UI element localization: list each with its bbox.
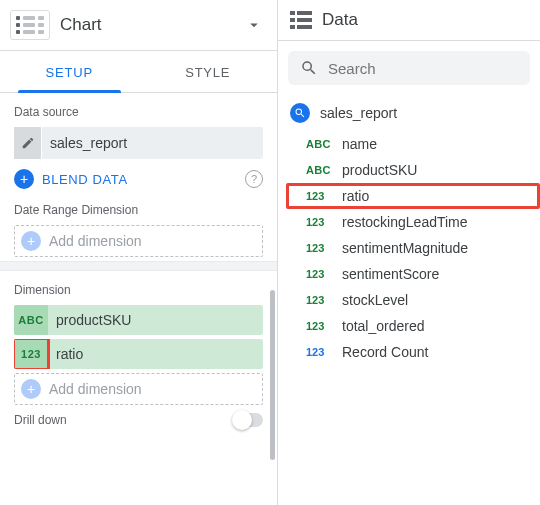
data-panel-header: Data [278,0,540,41]
number-type-icon: 123 [306,294,332,306]
search-icon [300,59,318,77]
field-item[interactable]: ABCname [286,131,540,157]
scrollbar-track [270,70,275,497]
field-item[interactable]: ABCproductSKU [286,157,540,183]
chevron-down-icon[interactable] [245,16,263,34]
dimension-chip[interactable]: 123ratio [14,339,263,369]
add-date-range-dimension[interactable]: + Add dimension [14,225,263,257]
divider [0,261,277,271]
number-type-icon: 123 [306,216,332,228]
number-type-icon: 123 [306,320,332,332]
chart-type-icon[interactable] [10,10,50,40]
text-type-icon: ABC [306,138,332,150]
field-label: sentimentMagnitude [342,240,468,256]
number-type-icon: 123 [306,190,332,202]
add-dimension-label: Add dimension [49,233,142,249]
search-input[interactable] [328,60,518,77]
drill-down-label: Drill down [14,413,67,427]
field-label: name [342,136,377,152]
add-dimension-label: Add dimension [49,381,142,397]
field-label: Record Count [342,344,428,360]
data-source-row[interactable]: sales_report [14,127,263,159]
field-item[interactable]: 123restockingLeadTime [286,209,540,235]
field-label: productSKU [342,162,417,178]
setup-scroll: Data source sales_report + BLEND DATA ? … [0,93,277,505]
data-icon [290,11,312,29]
config-tabs: SETUP STYLE [0,51,277,93]
data-source-title: sales_report [320,105,397,121]
field-label: stockLevel [342,292,408,308]
data-source-header[interactable]: sales_report [290,103,528,123]
search-field[interactable] [288,51,530,85]
field-item[interactable]: 123stockLevel [286,287,540,313]
chart-panel-title: Chart [60,15,245,35]
section-date-range: Date Range Dimension [0,197,277,221]
field-item[interactable]: 123sentimentMagnitude [286,235,540,261]
field-label: restockingLeadTime [342,214,468,230]
number-type-icon: 123 [306,242,332,254]
pencil-icon [21,136,35,150]
dimension-list: ABCproductSKU123ratio [0,305,277,369]
dimension-label: ratio [48,346,83,362]
field-label: ratio [342,188,369,204]
plus-icon: + [21,231,41,251]
help-icon[interactable]: ? [245,170,263,188]
dimension-chip[interactable]: ABCproductSKU [14,305,263,335]
data-source-badge-icon [290,103,310,123]
text-type-icon: ABC [14,305,48,335]
field-list: ABCnameABCproductSKU123ratio123restockin… [286,131,540,365]
scrollbar-thumb[interactable] [270,290,275,460]
field-item[interactable]: 123total_ordered [286,313,540,339]
plus-icon: + [21,379,41,399]
field-item[interactable]: 123ratio [286,183,540,209]
add-dimension[interactable]: + Add dimension [14,373,263,405]
chart-panel: Chart SETUP STYLE Data source sales_repo… [0,0,278,505]
field-label: sentimentScore [342,266,439,282]
blend-data-row: + BLEND DATA ? [14,169,263,189]
blend-data-add-icon[interactable]: + [14,169,34,189]
tab-setup[interactable]: SETUP [0,51,139,92]
data-panel: Data sales_report ABCnameABCproductSKU12… [278,0,540,505]
chart-panel-header: Chart [0,0,277,51]
dimension-label: productSKU [48,312,131,328]
drill-down-row: Drill down [14,413,263,427]
number-type-icon: 123 [14,339,48,369]
tab-style[interactable]: STYLE [139,51,278,92]
blend-data-button[interactable]: BLEND DATA [42,172,237,187]
data-source-name: sales_report [42,135,127,151]
field-item[interactable]: 123Record Count [286,339,540,365]
edit-data-source-button[interactable] [14,127,42,159]
number-type-icon: 123 [306,346,332,358]
section-dimension: Dimension [0,271,277,301]
text-type-icon: ABC [306,164,332,176]
data-panel-title: Data [322,10,526,30]
drill-down-toggle[interactable] [233,413,263,427]
number-type-icon: 123 [306,268,332,280]
field-item[interactable]: 123sentimentScore [286,261,540,287]
field-label: total_ordered [342,318,425,334]
section-data-source: Data source [0,93,277,123]
